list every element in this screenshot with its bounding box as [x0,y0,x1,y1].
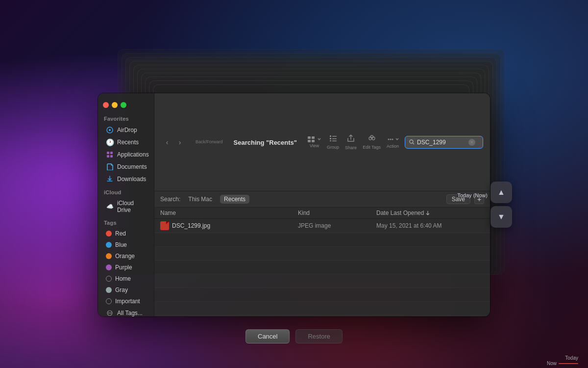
svg-rect-18 [332,140,337,141]
red-tag-dot [106,231,112,237]
svg-rect-5 [110,155,113,158]
tags-section-label: Tags [98,216,154,228]
date-column-header[interactable]: Date Last Opened [376,210,484,216]
sidebar-item-airdrop[interactable]: AirDrop [100,124,152,136]
sidebar-item-downloads[interactable]: Downloads [100,173,152,185]
up-arrow-icon: ▲ [497,188,505,197]
table-row [154,233,490,247]
share-control[interactable]: Share [345,134,357,150]
search-box[interactable]: ✕ [405,136,483,149]
today-now-label: Today (Now) [457,192,488,198]
all-tags-label: All Tags... [117,310,143,316]
recents-icon: 🕐 [106,138,114,146]
group-icon [329,135,337,144]
svg-rect-4 [107,155,109,158]
search-scope-bar: Search: This Mac Recents Save + [154,191,490,208]
icloud-section-label: iCloud [98,185,154,197]
action-label: Action [387,144,399,149]
file-thumbnail [160,221,169,230]
file-name: DSC_1299.jpg [172,222,210,229]
sidebar-item-icloud-drive[interactable]: ☁️ iCloud Drive [100,198,152,215]
today-timeline-label: Today [565,355,578,361]
kind-column-header[interactable]: Kind [298,210,376,216]
column-headers: Name Kind Date Last Opened [154,208,490,219]
file-kind: JPEG image [298,222,376,229]
recents-scope-button[interactable]: Recents [220,195,249,204]
now-timeline-label: Now [547,361,557,366]
scroll-up-widget[interactable]: ▲ [490,182,512,203]
svg-rect-16 [332,136,337,137]
documents-label: Documents [117,163,147,170]
home-tag-dot [106,276,112,282]
recents-label: Recents [117,139,139,146]
edit-tags-control[interactable]: Edit Tags [363,135,381,150]
table-row [154,274,490,288]
action-control[interactable]: Action [387,136,399,149]
gray-tag-label: Gray [115,287,128,293]
date-column-label: Date Last Opened [376,210,424,216]
search-clear-button[interactable]: ✕ [468,139,475,146]
sidebar-item-tag-home[interactable]: Home [100,273,152,284]
back-forward-label: Back/Forward [196,139,223,145]
view-control[interactable]: View [308,136,321,148]
down-arrow-icon: ▼ [497,212,505,221]
sidebar: Favorites AirDrop 🕐 Recents [98,93,154,316]
name-column-header[interactable]: Name [160,210,298,216]
sidebar-item-all-tags[interactable]: All Tags... [100,307,152,316]
search-input[interactable] [417,139,466,146]
blue-tag-dot [106,242,112,248]
svg-rect-12 [312,140,315,142]
sidebar-item-recents[interactable]: 🕐 Recents [100,136,152,148]
search-icon [409,138,415,147]
scroll-down-widget[interactable]: ▼ [490,206,512,228]
downloads-label: Downloads [117,176,146,183]
finder-window: Favorites AirDrop 🕐 Recents [98,93,490,316]
sidebar-item-tag-red[interactable]: Red [100,228,152,239]
icloud-drive-icon: ☁️ [106,203,114,210]
sort-icon [426,210,430,215]
svg-rect-10 [312,136,315,139]
file-area: ‹ › Back/Forward Searching "Recents" [154,93,490,316]
svg-rect-9 [308,136,311,139]
back-button[interactable]: ‹ [161,137,173,147]
svg-rect-14 [330,138,331,139]
important-tag-label: Important [115,298,140,305]
this-mac-scope-button[interactable]: This Mac [184,195,216,204]
cancel-button[interactable]: Cancel [245,329,290,343]
group-label: Group [327,145,339,150]
forward-button[interactable]: › [174,137,186,147]
file-date: May 15, 2021 at 6:40 AM [376,222,484,229]
icloud-drive-label: iCloud Drive [117,200,146,213]
action-icon [387,136,399,143]
svg-rect-13 [330,135,331,137]
svg-point-23 [390,138,391,140]
sidebar-item-applications[interactable]: Applications [100,149,152,160]
svg-point-1 [109,129,111,131]
view-icon [308,136,321,142]
group-control[interactable]: Group [327,135,339,150]
close-button[interactable] [103,102,109,108]
search-scope-prefix: Search: [160,196,180,203]
nav-buttons: ‹ › [161,137,186,147]
sidebar-item-tag-important[interactable]: Important [100,296,152,307]
sidebar-item-tag-gray[interactable]: Gray [100,285,152,295]
minimize-button[interactable] [112,102,118,108]
svg-point-7 [108,312,110,314]
documents-icon [106,163,114,171]
svg-rect-3 [110,152,113,154]
applications-icon [106,151,114,158]
svg-point-24 [392,138,393,140]
svg-point-22 [388,138,389,140]
favorites-section-label: Favorites [98,112,154,124]
share-label: Share [345,145,357,150]
svg-rect-11 [308,140,311,142]
sidebar-item-tag-purple[interactable]: Purple [100,262,152,273]
restore-button[interactable]: Restore [295,329,343,343]
sidebar-item-documents[interactable]: Documents [100,161,152,173]
svg-line-26 [413,143,415,144]
maximize-button[interactable] [121,102,126,108]
table-row[interactable]: DSC_1299.jpg JPEG image May 15, 2021 at … [154,219,490,233]
svg-rect-17 [332,138,337,139]
sidebar-item-tag-orange[interactable]: Orange [100,251,152,262]
sidebar-item-tag-blue[interactable]: Blue [100,239,152,250]
